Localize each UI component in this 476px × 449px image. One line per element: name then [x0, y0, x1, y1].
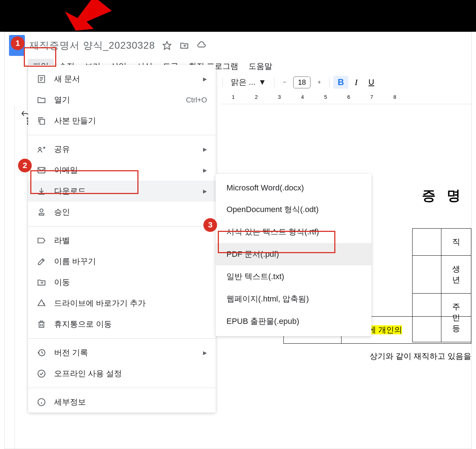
menu-label: 다운로드 [54, 186, 195, 197]
chevron-right-icon: ▶ [203, 146, 207, 152]
ruler-tick: 6 [347, 94, 350, 100]
ruler-tick: 4 [301, 94, 304, 100]
cell: 생년 [441, 256, 471, 294]
document-title[interactable]: 재직증명서 양식_20230328 [29, 39, 155, 52]
cell [413, 256, 441, 294]
menu-add-shortcut[interactable]: 드라이브에 바로가기 추가 [28, 293, 216, 314]
menu-label: 승인 [54, 207, 207, 217]
separator [222, 77, 223, 87]
chevron-down-icon: ▼ [258, 78, 266, 87]
menu-label: 이메일 [54, 165, 195, 176]
document-icon [37, 74, 46, 84]
fontsize-decrease[interactable]: − [278, 76, 291, 89]
doc-heading: 증 명 [422, 186, 464, 205]
separator [274, 77, 274, 87]
folder-icon [37, 95, 46, 105]
download-docx[interactable]: Microsoft Word(.docx) [216, 177, 371, 198]
menu-download[interactable]: 다운로드 ▶ [28, 181, 216, 202]
download-html[interactable]: 웹페이지(.html, 압축됨) [216, 288, 371, 310]
separator [329, 77, 330, 87]
chevron-right-icon: ▶ [203, 188, 207, 194]
cloud-status-icon[interactable] [197, 41, 206, 50]
menu-label: 공유 [54, 144, 195, 155]
ruler-tick: 8 [393, 94, 396, 100]
menu-approve[interactable]: 승인 [28, 202, 216, 223]
annotation-arrow [61, 0, 119, 36]
menu-label: 버전 기록 [54, 347, 195, 358]
chevron-right-icon: ▶ [203, 167, 207, 173]
menu-offline[interactable]: 오프라인 사용 설정 [28, 363, 216, 384]
menu-label: 세부정보 [54, 397, 207, 408]
approval-icon [37, 207, 46, 217]
vertical-ruler [9, 106, 15, 449]
menu-label: 드라이브에 바로가기 추가 [54, 298, 207, 309]
download-pdf[interactable]: PDF 문서(.pdf) [216, 243, 371, 265]
bold-button[interactable]: B [333, 76, 348, 89]
menu-label: 사본 만들기 [54, 115, 207, 126]
info-icon [37, 397, 46, 407]
share-icon [37, 145, 46, 154]
annotation-badge-1: 1 [11, 36, 25, 50]
menu-label-item[interactable]: 라벨 [28, 230, 216, 251]
toolbar-partial: 맑은 ... ▼ − 18 + B I U [221, 75, 379, 89]
divider [28, 338, 216, 339]
ruler-tick: 1 [232, 94, 235, 100]
download-txt[interactable]: 일반 텍스트(.txt) [216, 265, 371, 288]
history-icon [37, 348, 46, 357]
italic-button[interactable]: I [351, 76, 362, 89]
drive-shortcut-icon [37, 299, 46, 308]
divider [28, 135, 216, 135]
move-icon [37, 278, 46, 287]
font-family-label: 맑은 ... [231, 77, 255, 88]
menu-label: 이름 바꾸기 [54, 256, 207, 267]
menu-rename[interactable]: 이름 바꾸기 [28, 251, 216, 272]
chevron-right-icon: ▶ [203, 76, 207, 82]
underline-button[interactable]: U [364, 76, 379, 88]
label-icon [37, 236, 46, 245]
menu-help[interactable]: 도움말 [243, 59, 277, 74]
cell [413, 229, 441, 256]
ruler-tick: 3 [278, 94, 281, 100]
ruler-tick: 7 [370, 94, 373, 100]
chevron-right-icon: ▶ [203, 350, 207, 356]
menu-open[interactable]: 열기 Ctrl+O [28, 89, 216, 110]
rename-icon [37, 257, 46, 266]
svg-point-22 [38, 370, 45, 377]
file-menu-dropdown: 새 문서 ▶ 열기 Ctrl+O 사본 만들기 공유 ▶ 이메일 ▶ 다운로드 … [28, 65, 216, 413]
menu-email[interactable]: 이메일 ▶ [28, 160, 216, 181]
menu-label: 새 문서 [54, 74, 195, 84]
table-row: 생년 [413, 256, 471, 294]
font-family-dropdown[interactable]: 맑은 ... ▼ [226, 75, 270, 89]
menu-details[interactable]: 세부정보 [28, 392, 216, 409]
cell: 직 [441, 229, 471, 256]
divider [28, 388, 216, 388]
fontsize-increase[interactable]: + [313, 76, 326, 89]
download-icon [37, 186, 46, 196]
menu-label: 열기 [54, 94, 178, 105]
download-rtf[interactable]: 서식 있는 텍스트 형식(.rtf) [216, 221, 371, 243]
menu-share[interactable]: 공유 ▶ [28, 139, 216, 160]
annotation-badge-3: 3 [203, 218, 217, 232]
svg-marker-4 [163, 41, 171, 49]
menu-make-copy[interactable]: 사본 만들기 [28, 110, 216, 131]
ruler-tick: 5 [324, 94, 327, 100]
annotation-badge-2: 2 [18, 159, 32, 172]
menu-move-trash[interactable]: 휴지통으로 이동 [28, 314, 216, 335]
menu-move[interactable]: 이동 [28, 272, 216, 293]
svg-marker-0 [65, 0, 112, 31]
horizontal-ruler: 1 2 3 4 5 6 7 8 [221, 94, 471, 104]
copy-icon [37, 116, 46, 126]
menu-new-document[interactable]: 새 문서 ▶ [28, 69, 216, 89]
svg-point-18 [40, 209, 43, 212]
email-icon [37, 166, 46, 175]
table-row: 직 [413, 229, 471, 256]
star-icon[interactable] [162, 41, 172, 50]
menu-version-history[interactable]: 버전 기록 ▶ [28, 342, 216, 363]
offline-icon [37, 369, 46, 378]
download-epub[interactable]: EPUB 출판물(.epub) [216, 310, 371, 333]
move-folder-icon[interactable] [180, 41, 189, 50]
download-odt[interactable]: OpenDocument 형식(.odt) [216, 198, 371, 221]
svg-rect-15 [40, 119, 45, 124]
fontsize-input[interactable]: 18 [293, 76, 310, 88]
trash-icon [37, 320, 46, 329]
